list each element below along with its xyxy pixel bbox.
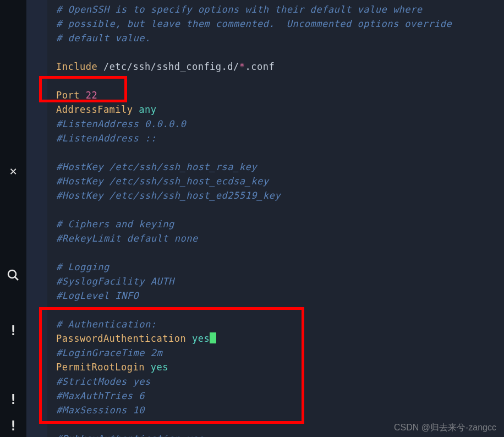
- comment-line: #HostKey /etc/ssh/ssh_host_ed25519_key: [56, 190, 281, 201]
- comment-line: #MaxAuthTries 6: [56, 390, 145, 401]
- search-icon[interactable]: [0, 264, 26, 286]
- port-line: Port 22: [56, 88, 504, 102]
- activity-bar: ✕ ! ! !: [0, 0, 26, 437]
- alert-icon-2[interactable]: !: [0, 389, 26, 411]
- comment-line: #HostKey /etc/ssh/ssh_host_rsa_key: [56, 161, 257, 172]
- editor-gutter: [26, 0, 47, 437]
- passwordauth-line: PasswordAuthentication yes: [56, 331, 504, 346]
- comment-line: #PubkeyAuthentication yes: [56, 433, 204, 437]
- comment-line: #MaxSessions 10: [56, 405, 145, 416]
- comment-line: # default value.: [56, 32, 151, 43]
- blank-line: [56, 203, 504, 217]
- alert-icon-3[interactable]: !: [0, 415, 26, 437]
- text-cursor: [210, 332, 216, 343]
- comment-line: # Ciphers and keying: [56, 218, 174, 230]
- comment-line: #LogLevel INFO: [56, 290, 139, 301]
- comment-line: # OpenSSH is to specify options with the…: [56, 4, 423, 15]
- comment-line: #StrictModes yes: [56, 376, 151, 387]
- code-editor[interactable]: # OpenSSH is to specify options with the…: [47, 0, 504, 437]
- include-line: Include /etc/ssh/sshd_config.d/*.conf: [56, 59, 504, 74]
- comment-line: #LoginGraceTime 2m: [56, 347, 162, 358]
- watermark-text: CSDN @归去来兮-zangcc: [394, 422, 496, 434]
- svg-line-1: [15, 277, 18, 280]
- blank-line: [56, 45, 504, 59]
- comment-line: # Authentication:: [56, 319, 157, 330]
- blank-line: [56, 245, 504, 260]
- alert-icon-1[interactable]: !: [0, 319, 26, 341]
- addressfamily-line: AddressFamily any: [56, 102, 504, 117]
- comment-line: #RekeyLimit default none: [56, 233, 198, 244]
- blank-line: [56, 145, 504, 160]
- comment-line: #ListenAddress 0.0.0.0: [56, 118, 186, 129]
- comment-line: #SyslogFacility AUTH: [56, 276, 174, 287]
- comment-line: # Logging: [56, 261, 109, 272]
- close-icon[interactable]: ✕: [0, 160, 26, 182]
- svg-point-0: [8, 270, 16, 278]
- comment-line: #HostKey /etc/ssh/ssh_host_ecdsa_key: [56, 176, 269, 187]
- blank-line: [56, 303, 504, 317]
- comment-line: # possible, but leave them commented. Un…: [56, 18, 452, 29]
- blank-line: [56, 74, 504, 88]
- comment-line: #ListenAddress ::: [56, 133, 157, 144]
- permitroot-line: PermitRootLogin yes: [56, 360, 504, 374]
